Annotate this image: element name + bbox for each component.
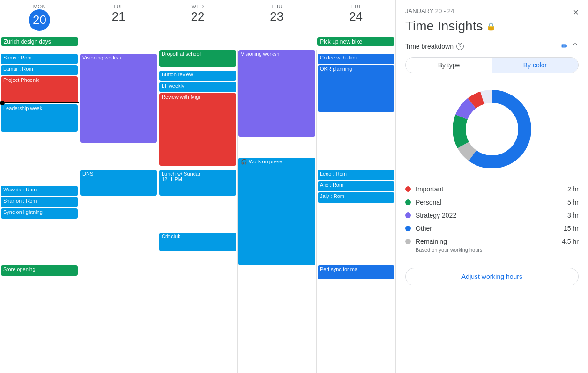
date-range: JANUARY 20 - 24 bbox=[405, 7, 454, 15]
day-name-thu: THU bbox=[237, 4, 316, 9]
event-perf-sync[interactable]: Perf sync for ma bbox=[318, 265, 394, 279]
all-day-tue bbox=[79, 41, 158, 43]
legend-label-strategy: Strategy 2022 bbox=[416, 212, 563, 219]
legend-item-important: Important 2 hr bbox=[405, 185, 579, 193]
edit-button[interactable]: ✏ bbox=[561, 41, 568, 51]
all-day-event-bike[interactable]: Pick up new bike bbox=[317, 37, 394, 46]
legend-item-remaining: Remaining 4.5 hr bbox=[405, 238, 579, 245]
all-day-mon: Zürich design days bbox=[0, 37, 79, 47]
event-sync-lightning[interactable]: Sync on lightning bbox=[1, 208, 78, 219]
section-title-text: Time breakdown bbox=[405, 43, 454, 50]
legend-value-remaining: 4.5 hr bbox=[562, 238, 579, 245]
day-headers: MON 20 TUE 21 WED 22 THU 23 FRI 24 bbox=[0, 0, 395, 33]
event-button-review[interactable]: Button review bbox=[159, 71, 236, 81]
day-name-mon: MON bbox=[0, 4, 79, 9]
event-alix-rom[interactable]: Alix : Rom bbox=[318, 181, 394, 191]
day-header-thu[interactable]: THU 23 bbox=[237, 0, 316, 33]
legend-dot-other bbox=[405, 226, 411, 231]
legend-label-important: Important bbox=[416, 185, 563, 193]
event-samy-rom[interactable]: Samy : Rom bbox=[1, 54, 78, 64]
event-sharron-rom[interactable]: Sharron : Rom bbox=[1, 197, 78, 207]
day-col-wed: Dropoff at school Button review LT weekl… bbox=[158, 50, 238, 373]
all-day-fri: Pick up new bike bbox=[316, 37, 395, 47]
legend-label-other: Other bbox=[416, 225, 559, 232]
day-col-mon: Samy : Rom Lamar : Rom Project Phoenix L… bbox=[0, 50, 79, 373]
title-row: Time Insights 🔒 bbox=[405, 19, 579, 34]
toggle-group: By type By color bbox=[405, 57, 579, 73]
section-header: Time breakdown ? ✏ ⌃ bbox=[405, 41, 579, 51]
legend-value-personal: 5 hr bbox=[567, 198, 579, 206]
legend-item-strategy: Strategy 2022 3 hr bbox=[405, 212, 579, 219]
event-coffee-jani[interactable]: Coffee with Jani bbox=[318, 54, 394, 64]
legend-dot-important bbox=[405, 186, 411, 192]
remaining-note: Based on your working hours bbox=[405, 247, 579, 253]
all-day-wed bbox=[158, 41, 238, 43]
event-lego-rom[interactable]: Lego : Rom bbox=[318, 170, 394, 180]
legend-value-strategy: 3 hr bbox=[567, 212, 579, 219]
events-area: Samy : Rom Lamar : Rom Project Phoenix L… bbox=[0, 50, 395, 373]
lock-icon: 🔒 bbox=[486, 22, 496, 31]
day-header-fri[interactable]: FRI 24 bbox=[316, 0, 395, 33]
day-num-thu[interactable]: 23 bbox=[237, 9, 316, 24]
section-title: Time breakdown ? bbox=[405, 43, 464, 50]
legend-value-other: 15 hr bbox=[564, 225, 579, 232]
toggle-by-color[interactable]: By color bbox=[492, 58, 578, 73]
time-dot bbox=[0, 101, 5, 105]
event-leadership-week[interactable]: Leadership week bbox=[1, 104, 78, 132]
legend-item-personal: Personal 5 hr bbox=[405, 198, 579, 206]
day-col-fri: Coffee with Jani OKR planning Lego : Rom… bbox=[317, 50, 395, 373]
collapse-button[interactable]: ⌃ bbox=[572, 41, 579, 51]
toggle-by-type[interactable]: By type bbox=[406, 58, 492, 73]
day-header-wed[interactable]: WED 22 bbox=[158, 0, 238, 33]
donut-chart-container bbox=[405, 82, 579, 176]
event-lt-weekly[interactable]: LT weekly bbox=[159, 82, 236, 92]
section-actions: ✏ ⌃ bbox=[561, 41, 579, 51]
event-visioning-thu[interactable]: Visioning worksh bbox=[238, 50, 315, 137]
event-okr-planning[interactable]: OKR planning bbox=[318, 65, 394, 112]
donut-chart bbox=[445, 82, 539, 176]
svg-point-6 bbox=[466, 103, 518, 155]
day-header-mon[interactable]: MON 20 bbox=[0, 0, 79, 33]
legend-dot-remaining bbox=[405, 239, 411, 244]
day-num-tue[interactable]: 21 bbox=[79, 9, 158, 24]
event-lamar-rom[interactable]: Lamar : Rom bbox=[1, 65, 78, 75]
day-header-tue[interactable]: TUE 21 bbox=[79, 0, 158, 33]
event-visioning-tue[interactable]: Visioning worksh bbox=[80, 54, 157, 143]
event-dns[interactable]: DNS bbox=[80, 170, 157, 196]
legend-dot-personal bbox=[405, 199, 411, 205]
day-col-thu: Visioning worksh 🎧 Work on prese bbox=[238, 50, 317, 373]
insights-title: Time Insights bbox=[405, 19, 483, 34]
day-name-tue: TUE bbox=[79, 4, 158, 9]
time-indicator bbox=[0, 101, 79, 105]
event-wawida-rom[interactable]: Wawida : Rom bbox=[1, 186, 78, 196]
event-work-prese[interactable]: 🎧 Work on prese bbox=[238, 158, 315, 265]
adjust-working-hours-button[interactable]: Adjust working hours bbox=[405, 268, 579, 285]
day-num-mon[interactable]: 20 bbox=[29, 9, 50, 31]
day-num-fri[interactable]: 24 bbox=[316, 9, 395, 24]
legend-label-remaining: Remaining bbox=[416, 238, 557, 245]
all-day-thu bbox=[237, 41, 316, 43]
close-button[interactable]: × bbox=[573, 7, 579, 17]
event-crit-club[interactable]: Crit club bbox=[159, 233, 236, 251]
sidebar-header: JANUARY 20 - 24 × bbox=[405, 7, 579, 17]
help-icon[interactable]: ? bbox=[456, 43, 464, 50]
legend-dot-strategy bbox=[405, 212, 411, 218]
day-col-tue: Visioning worksh DNS bbox=[79, 50, 158, 373]
calendar-section: MON 20 TUE 21 WED 22 THU 23 FRI 24 bbox=[0, 0, 396, 373]
legend-items: Important 2 hr Personal 5 hr Strategy 20… bbox=[405, 185, 579, 253]
event-project-phoenix[interactable]: Project Phoenix bbox=[1, 76, 78, 103]
all-day-row: Zürich design days Pick up new bike bbox=[0, 33, 395, 50]
time-insights-panel: JANUARY 20 - 24 × Time Insights 🔒 Time b… bbox=[396, 0, 588, 373]
event-review-migr[interactable]: Review with Migr bbox=[159, 93, 236, 166]
day-name-wed: WED bbox=[158, 4, 238, 9]
day-name-fri: FRI bbox=[316, 4, 395, 9]
event-lunch-sundar[interactable]: Lunch w/ Sundar12–1 PM bbox=[159, 170, 236, 196]
day-num-wed[interactable]: 22 bbox=[158, 9, 238, 24]
event-dropoff[interactable]: Dropoff at school bbox=[159, 50, 236, 67]
legend-value-important: 2 hr bbox=[567, 185, 579, 193]
event-store-opening[interactable]: Store opening bbox=[1, 265, 78, 276]
time-line bbox=[5, 102, 79, 103]
event-jaiy-rom[interactable]: Jaiy : Rom bbox=[318, 192, 394, 203]
all-day-event-zurich[interactable]: Zürich design days bbox=[1, 37, 78, 46]
legend-item-other: Other 15 hr bbox=[405, 225, 579, 232]
